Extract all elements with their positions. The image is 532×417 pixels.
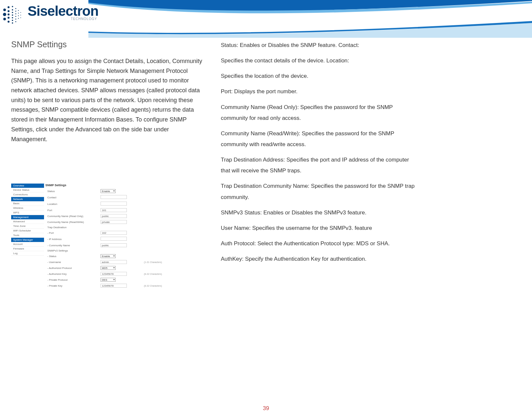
sidebar-section-network[interactable]: Network: [11, 197, 44, 201]
sidebar-item-account[interactable]: Account: [11, 242, 44, 247]
label-port: Port: [46, 208, 99, 213]
location-input[interactable]: [101, 202, 127, 206]
contact-input[interactable]: [101, 195, 127, 199]
desc-trap-cn: Trap Destination Community Name: Specifi…: [221, 181, 418, 202]
svg-point-3: [8, 6, 10, 8]
svg-point-27: [20, 17, 21, 18]
sidebar-item-tools[interactable]: Tools: [11, 233, 44, 238]
snmp-settings-screenshot: Overview Device Status Connections Netwo…: [11, 184, 185, 289]
v3-authk-input[interactable]: 12345678: [101, 272, 127, 276]
community-rw-input[interactable]: private: [101, 220, 127, 224]
sidebar-item-basic[interactable]: Basic: [11, 201, 44, 206]
trap-ip-input[interactable]: [101, 237, 127, 241]
svg-point-24: [18, 18, 19, 19]
sidebar-item-wps[interactable]: WPS: [11, 210, 44, 215]
svg-point-13: [12, 20, 13, 21]
label-v3-status: - Status: [46, 253, 99, 259]
svg-point-21: [18, 10, 19, 11]
form-table: StatusEnable Contact Location Port161 Co…: [45, 188, 185, 289]
svg-point-16: [15, 11, 16, 12]
page-header: Siselectron TECHNOLOGY: [0, 0, 532, 38]
sidebar-item-wireless[interactable]: Wireless: [11, 206, 44, 210]
svg-point-1: [3, 9, 6, 11]
svg-point-26: [20, 15, 21, 15]
label-trap-destination: Trap Destination: [46, 225, 185, 230]
sidebar-item-log[interactable]: Log: [11, 251, 44, 256]
label-trap-port: - Port: [46, 230, 99, 235]
sidebar-item-firmware[interactable]: Firmware: [11, 247, 44, 251]
sidebar-item-device-status[interactable]: Device Status: [11, 188, 44, 192]
desc-status: Status: Enables or Disables the SNMP fea…: [221, 40, 418, 51]
desc-location: Specifies the location of the device.: [221, 71, 418, 81]
v3-privp-select[interactable]: DES: [101, 278, 116, 282]
svg-point-19: [15, 19, 16, 20]
label-v3-settings: SNMPv3 Settings: [46, 249, 185, 253]
label-cn-rw: Community Name (Read/Write): [46, 219, 99, 225]
desc-auth-proto: Auth Protocol: Select the Authentication…: [221, 238, 418, 249]
svg-point-9: [12, 9, 13, 11]
brand-logo: Siselectron TECHNOLOGY: [3, 3, 98, 26]
form-title: SNMP Settings: [45, 184, 185, 187]
label-v3-authp: - Authorized Protocol: [46, 265, 99, 271]
svg-point-22: [18, 13, 19, 13]
v3-privk-input[interactable]: 12345678: [101, 284, 127, 288]
header-swoosh-icon: [88, 0, 532, 38]
svg-point-20: [15, 21, 16, 22]
desc-port: Port: Displays the port number.: [221, 86, 418, 97]
hint-v3-privk: (8-32 Characters): [143, 283, 185, 288]
label-location: Location: [46, 201, 99, 207]
label-v3-privk: - Private Key: [46, 283, 99, 288]
page-title: SNMP Settings: [11, 40, 205, 49]
label-trap-ip: - IP Address: [46, 236, 99, 242]
trap-cn-input[interactable]: public: [101, 243, 127, 247]
sidebar-item-timezone[interactable]: Time Zone: [11, 224, 44, 229]
community-ro-input[interactable]: public: [101, 214, 127, 218]
desc-v3-status: SNMPv3 Status: Enables or Disables the S…: [221, 207, 418, 218]
brand-name: Siselectron: [28, 3, 98, 19]
desc-cn-ro: Community Name (Read Only): Specifies th…: [221, 102, 418, 123]
description-column: Status: Enables or Disables the SNMP fea…: [221, 40, 418, 289]
svg-point-7: [8, 21, 10, 23]
label-status: Status: [46, 188, 99, 194]
sidebar-item-connections[interactable]: Connections: [11, 192, 44, 197]
svg-point-5: [8, 13, 10, 15]
trap-port-input[interactable]: 162: [101, 231, 127, 235]
label-cn-ro: Community Name (Read Only): [46, 213, 99, 219]
page-number: 39: [0, 405, 532, 412]
hint-v3-authk: (8-32 Characters): [143, 271, 185, 276]
status-select[interactable]: Enable: [101, 189, 116, 193]
svg-point-23: [18, 15, 19, 16]
desc-auth-key: AuthKey: Specify the Authentication Key …: [221, 253, 418, 264]
v3-status-select[interactable]: Enable: [101, 254, 116, 258]
logo-dotmark-icon: [3, 3, 25, 26]
svg-point-14: [12, 22, 13, 24]
label-contact: Contact: [46, 194, 99, 200]
svg-point-6: [8, 17, 10, 19]
svg-point-0: [3, 13, 6, 16]
label-v3-user: - Username: [46, 259, 99, 265]
label-v3-privp: - Private Protocol: [46, 277, 99, 282]
intro-text: This page allows you to assign the Conta…: [11, 56, 205, 144]
sidebar-section-overview[interactable]: Overview: [11, 184, 44, 188]
v3-user-input[interactable]: admin: [101, 260, 127, 264]
svg-point-17: [15, 13, 16, 14]
sidebar-section-system[interactable]: System Manager: [11, 238, 44, 242]
sidebar-item-wifi-scheduler[interactable]: WiFi Scheduler: [11, 229, 44, 233]
port-input[interactable]: 161: [101, 208, 127, 212]
v3-authp-select[interactable]: MD5: [101, 266, 116, 270]
desc-contact: Specifies the contact details of the dev…: [221, 55, 418, 66]
svg-point-15: [15, 8, 16, 9]
svg-point-8: [12, 6, 13, 7]
svg-point-10: [12, 12, 13, 13]
svg-point-11: [12, 14, 13, 16]
sidebar-item-advanced[interactable]: Advanced: [11, 219, 44, 224]
svg-point-2: [3, 18, 6, 20]
sidebar-section-management[interactable]: Management: [11, 215, 44, 219]
desc-cn-rw: Community Name (Read/Write): Specifies t…: [221, 128, 418, 150]
svg-point-25: [20, 12, 21, 13]
svg-point-4: [8, 10, 10, 12]
desc-trap-addr: Trap Destination Address: Specifies the …: [221, 154, 418, 176]
label-v3-authk: - Authorized Key: [46, 271, 99, 276]
hint-v3-user: (1-31 Characters): [143, 259, 185, 265]
brand-sub: TECHNOLOGY: [28, 17, 98, 21]
